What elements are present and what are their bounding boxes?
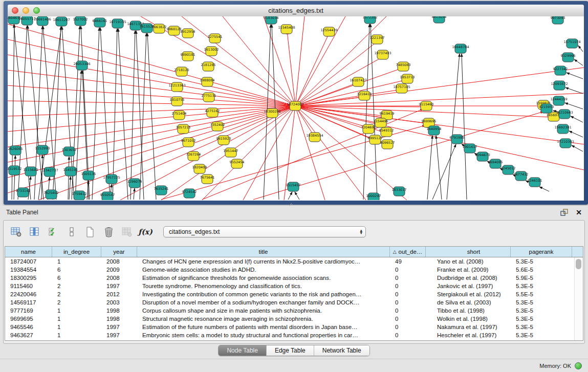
float-panel-icon[interactable] xyxy=(560,209,569,216)
table-cell[interactable]: 2008 xyxy=(101,258,137,265)
table-row[interactable]: 977716911998Corpus callosum shape and si… xyxy=(5,307,575,315)
column-header-out-degree[interactable]: △ out_de… xyxy=(390,247,426,257)
table-row[interactable]: 946554611997Estimation of the future num… xyxy=(5,323,575,331)
table-cell[interactable]: 2 xyxy=(52,299,101,305)
table-cell[interactable]: 0 xyxy=(390,283,426,289)
table-cell[interactable]: Changes of HCN gene expression and I(f) … xyxy=(137,258,390,265)
table-cell[interactable]: 1 xyxy=(52,316,101,322)
table-cell[interactable]: Disruption of a novel member of a sodium… xyxy=(137,299,390,305)
table-cell[interactable]: Tourette syndrome. Phenomenology and cla… xyxy=(137,283,390,289)
table-cell[interactable]: 2008 xyxy=(101,275,137,281)
show-columns-button[interactable] xyxy=(27,224,42,239)
table-cell[interactable]: 5.3E-5 xyxy=(511,308,572,314)
table-cell[interactable]: Estimation of significance thresholds fo… xyxy=(137,275,390,281)
table-cell[interactable]: 0 xyxy=(390,267,426,273)
table-cell[interactable]: 6 xyxy=(52,267,101,273)
close-panel-icon[interactable]: ✕ xyxy=(576,209,582,216)
table-cell[interactable]: 1997 xyxy=(101,324,137,330)
table-cell[interactable]: 9465546 xyxy=(5,324,52,330)
table-cell[interactable]: 2 xyxy=(52,283,101,289)
scrollbar-thumb[interactable] xyxy=(576,259,581,269)
table-cell[interactable]: Corpus callosum shape and size in male p… xyxy=(137,308,390,314)
import-table-button[interactable] xyxy=(119,224,135,239)
table-cell[interactable]: 9777169 xyxy=(5,308,52,314)
table-cell[interactable]: 5.9E-5 xyxy=(511,275,572,281)
memory-status-indicator[interactable] xyxy=(575,362,582,369)
table-row[interactable]: 969969511998Structural magnetic resonanc… xyxy=(5,315,575,323)
table-cell[interactable]: 19384554 xyxy=(5,267,52,273)
table-cell[interactable]: Investigating the contribution of common… xyxy=(137,291,390,297)
table-cell[interactable]: 18300295 xyxy=(5,275,52,281)
table-cell[interactable]: 1997 xyxy=(101,283,137,289)
table-cell[interactable]: 1 xyxy=(52,308,101,314)
table-cell[interactable]: Yano et al. (2008) xyxy=(426,258,511,265)
function-builder-button[interactable]: ƒ(x) xyxy=(138,224,153,239)
table-cell[interactable]: 2012 xyxy=(101,291,137,297)
column-header-pagerank[interactable]: pagerank xyxy=(511,247,572,257)
table-cell[interactable]: Stergiakouli et al. (2012) xyxy=(426,291,511,297)
table-cell[interactable]: Dudbridge et al. (2008) xyxy=(426,275,511,281)
table-cell[interactable]: 5.3E-5 xyxy=(511,283,572,289)
table-cell[interactable]: 0 xyxy=(390,275,426,281)
table-selector-dropdown[interactable]: citations_edges.txt ▴▾ xyxy=(163,226,366,237)
table-cell[interactable]: 1998 xyxy=(101,308,137,314)
table-cell[interactable]: 9115460 xyxy=(5,283,52,289)
table-mode-button[interactable] xyxy=(9,224,24,239)
table-row[interactable]: 1456911722003Disruption of a novel membe… xyxy=(5,298,575,307)
window-titlebar[interactable]: citations_edges.txt xyxy=(8,5,584,17)
table-cell[interactable]: 0 xyxy=(390,324,426,330)
table-cell[interactable]: 9463627 xyxy=(5,332,52,338)
tab-node-table[interactable]: Node Table xyxy=(219,345,267,356)
table-cell[interactable]: 2009 xyxy=(101,267,137,273)
table-cell[interactable]: 5.3E-5 xyxy=(511,324,572,330)
new-column-button[interactable] xyxy=(82,224,98,239)
table-cell[interactable]: Embryonic stem cells: a model to study s… xyxy=(137,332,390,338)
table-cell[interactable]: 0 xyxy=(390,308,426,314)
table-cell[interactable]: 18724007 xyxy=(5,258,52,265)
table-cell[interactable]: 5.3E-5 xyxy=(511,299,572,305)
table-cell[interactable]: 1 xyxy=(52,324,101,330)
table-cell[interactable]: 9699695 xyxy=(5,316,52,322)
table-cell[interactable]: 5.6E-5 xyxy=(511,267,572,273)
table-cell[interactable]: 0 xyxy=(390,316,426,322)
table-cell[interactable]: 5.5E-5 xyxy=(511,291,572,297)
table-cell[interactable]: 5.3E-5 xyxy=(511,316,572,322)
table-cell[interactable]: 1 xyxy=(52,332,101,338)
table-vertical-scrollbar[interactable] xyxy=(574,257,583,340)
table-cell[interactable]: 2 xyxy=(52,291,101,297)
table-cell[interactable]: 5.3E-5 xyxy=(511,332,572,338)
table-cell[interactable]: Tibbo et al. (1998) xyxy=(426,308,511,314)
table-cell[interactable]: Estimation of the future numbers of pati… xyxy=(137,324,390,330)
delete-column-button[interactable] xyxy=(101,224,116,239)
table-cell[interactable]: Structural magnetic resonance image aver… xyxy=(137,316,390,322)
column-header-in-degree[interactable]: in_degree xyxy=(52,247,101,257)
table-cell[interactable]: 6 xyxy=(52,275,101,281)
table-cell[interactable]: 14569117 xyxy=(5,299,52,305)
network-canvas[interactable]: 1604635140557172069140610653287152700264… xyxy=(8,16,584,200)
table-cell[interactable]: Franke et al. (2009) xyxy=(426,267,511,273)
table-row[interactable]: 1938455462009Genome-wide association stu… xyxy=(5,266,575,274)
table-row[interactable]: 1872400712008Changes of HCN gene express… xyxy=(5,257,575,266)
table-cell[interactable]: Jankovic et al. (1997) xyxy=(426,283,511,289)
tab-edge-table[interactable]: Edge Table xyxy=(267,345,314,356)
select-columns-button[interactable] xyxy=(46,224,61,239)
column-header-short[interactable]: short xyxy=(426,247,511,257)
table-cell[interactable]: Nakamura et al. (1997) xyxy=(426,324,511,330)
table-cell[interactable]: 5.3E-5 xyxy=(511,258,572,265)
row-height-button[interactable] xyxy=(64,224,79,239)
table-cell[interactable]: 49 xyxy=(390,258,426,265)
table-cell[interactable]: 2003 xyxy=(101,299,137,305)
table-cell[interactable]: Genome-wide association studies in ADHD. xyxy=(137,267,390,273)
tab-network-table[interactable]: Network Table xyxy=(314,345,369,356)
table-cell[interactable]: Hescheler et al. (1997) xyxy=(426,332,511,338)
table-cell[interactable]: 0 xyxy=(390,332,426,338)
table-row[interactable]: 2242004622012Investigating the contribut… xyxy=(5,290,575,298)
column-header-name[interactable]: name xyxy=(5,247,52,257)
table-cell[interactable]: 1 xyxy=(52,258,101,265)
table-cell[interactable]: 22420046 xyxy=(5,291,52,297)
column-header-year[interactable]: year xyxy=(101,247,137,257)
table-cell[interactable]: 1997 xyxy=(101,332,137,338)
table-cell[interactable]: Wolkin et al. (1998) xyxy=(426,316,511,322)
column-header-title[interactable]: title xyxy=(137,247,390,257)
table-cell[interactable]: 0 xyxy=(390,299,426,305)
